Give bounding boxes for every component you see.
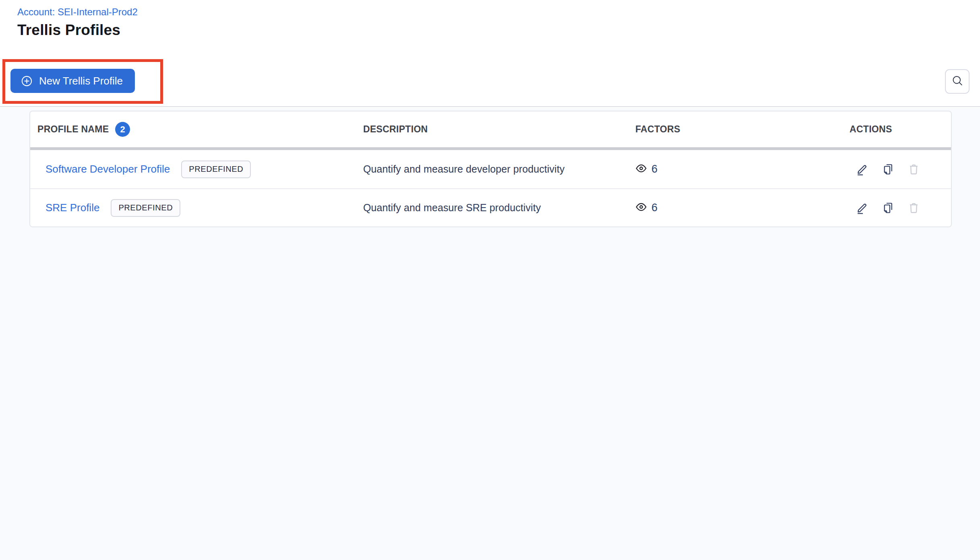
table-row: Software Developer Profile PREDEFINED Qu… — [30, 150, 951, 188]
actions-column-header: ACTIONS — [850, 124, 951, 135]
profile-name-header-label: PROFILE NAME — [37, 124, 109, 135]
copy-icon — [882, 163, 894, 175]
factors-count: 6 — [651, 202, 657, 214]
edit-pencil-icon — [856, 163, 868, 175]
profile-name-column-header: PROFILE NAME 2 — [30, 122, 363, 137]
edit-pencil-icon — [856, 202, 868, 214]
header-divider — [30, 147, 951, 150]
new-trellis-profile-button-label: New Trellis Profile — [39, 75, 123, 87]
profile-description: Quantify and measure SRE productivity — [363, 202, 635, 214]
search-button[interactable] — [945, 69, 970, 94]
trash-icon — [908, 163, 920, 175]
content-area: PROFILE NAME 2 DESCRIPTION FACTORS ACTIO… — [0, 108, 980, 560]
eye-icon — [635, 163, 647, 176]
factors-cell: 6 — [635, 163, 850, 176]
search-icon — [951, 75, 963, 88]
delete-profile-button[interactable] — [906, 162, 921, 177]
factors-column-header: FACTORS — [635, 124, 850, 135]
edit-profile-button[interactable] — [855, 201, 869, 215]
copy-profile-button[interactable] — [881, 201, 895, 215]
page-header: Account: SEI-Internal-Prod2 Trellis Prof… — [0, 0, 980, 107]
actions-cell — [850, 162, 951, 177]
description-column-header: DESCRIPTION — [363, 124, 635, 135]
table-header-row: PROFILE NAME 2 DESCRIPTION FACTORS ACTIO… — [30, 111, 951, 147]
profile-name-cell: SRE Profile PREDEFINED — [30, 199, 363, 217]
predefined-badge: PREDEFINED — [181, 161, 251, 178]
page-title: Trellis Profiles — [17, 22, 120, 39]
factors-cell: 6 — [635, 201, 850, 214]
new-trellis-profile-button[interactable]: New Trellis Profile — [10, 69, 135, 93]
edit-profile-button[interactable] — [855, 162, 869, 177]
delete-profile-button[interactable] — [906, 201, 921, 215]
account-breadcrumb-link[interactable]: Account: SEI-Internal-Prod2 — [17, 6, 138, 18]
profile-name-cell: Software Developer Profile PREDEFINED — [30, 161, 363, 178]
profile-link[interactable]: SRE Profile — [45, 202, 99, 214]
copy-icon — [882, 202, 894, 214]
profile-link[interactable]: Software Developer Profile — [45, 163, 170, 175]
table-row: SRE Profile PREDEFINED Quantify and meas… — [30, 188, 951, 226]
plus-circle-icon — [21, 75, 33, 87]
trash-icon — [908, 202, 920, 214]
copy-profile-button[interactable] — [881, 162, 895, 177]
actions-cell — [850, 201, 951, 215]
predefined-badge: PREDEFINED — [111, 199, 180, 217]
profile-description: Quantify and measure developer productiv… — [363, 163, 635, 175]
eye-icon — [635, 201, 647, 214]
factors-count: 6 — [651, 163, 657, 175]
trellis-profiles-table: PROFILE NAME 2 DESCRIPTION FACTORS ACTIO… — [29, 111, 952, 227]
profiles-count-badge: 2 — [115, 122, 130, 137]
